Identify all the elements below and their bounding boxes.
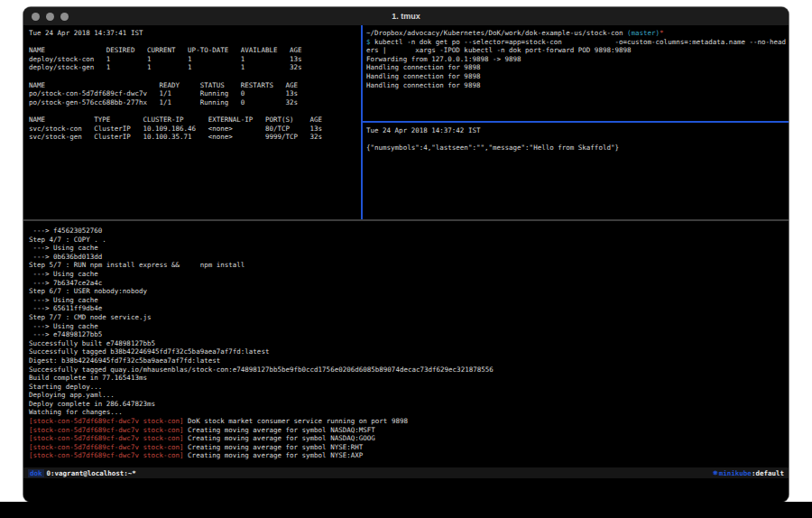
tmux-session-name: dok xyxy=(28,469,44,477)
tmux-window-label[interactable]: 0:vagrant@localhost:~* xyxy=(47,469,136,477)
zoom-button[interactable] xyxy=(60,13,69,21)
terminal-line: Handling connection for 9898 xyxy=(366,63,789,72)
terminal-line: $ kubectl -n dok get po --selector=app=s… xyxy=(366,38,789,47)
terminal-line: [stock-con-5d7df689cf-dwc7v stock-con] C… xyxy=(29,426,789,435)
terminal-line xyxy=(29,106,361,116)
terminal-line: Watching for changes... xyxy=(29,408,789,417)
terminal-line xyxy=(29,72,361,81)
terminal-line: deploy/stock-gen 1 1 1 1 32s xyxy=(29,63,361,72)
terminal-line: po/stock-con-5d7df689cf-dwc7v 1/1 Runnin… xyxy=(29,89,361,98)
terminal-line: NAME DESIRED CURRENT UP-TO-DATE AVAILABL… xyxy=(29,46,361,55)
terminal-line xyxy=(29,38,361,47)
window-titlebar[interactable]: 1. tmux xyxy=(23,7,789,25)
terminal-line: ---> Using cache xyxy=(29,296,789,305)
terminal-line: ers | xargs -IPOD kubectl -n dok port-fo… xyxy=(366,46,789,55)
kube-namespace-label: :default xyxy=(752,469,784,477)
terminal-line: ---> 7b6347ce2a4c xyxy=(29,279,789,288)
terminal-line: [stock-con-5d7df689cf-dwc7v stock-con] C… xyxy=(29,434,789,443)
terminal-line: [stock-con-5d7df689cf-dwc7v stock-con] D… xyxy=(29,417,789,426)
pane-port-forward[interactable]: ~/Dropbox/advocacy/Kubernetes/DoK/work/d… xyxy=(363,25,789,121)
terminal-line: deploy/stock-con 1 1 1 1 13s xyxy=(29,55,361,64)
terminal-line: Deploying app.yaml... xyxy=(29,391,789,400)
terminal-line: svc/stock-con ClusterIP 10.109.186.46 <n… xyxy=(29,125,361,134)
terminal-line: ---> 0b636bd013dd xyxy=(29,253,789,262)
terminal-line: Digest: b38b42246945fd7f32c5ba9aea7af7fd… xyxy=(29,356,789,365)
terminal-line: Tue 24 Apr 2018 14:37:42 IST xyxy=(366,126,789,135)
terminal-line: Successfully tagged b38b42246945fd7f32c5… xyxy=(29,347,789,356)
terminal-line: Build complete in 77.165413ms xyxy=(29,374,789,383)
terminal-line: ---> Using cache xyxy=(29,322,789,331)
pane-kubectl-watch[interactable]: Tue 24 Apr 2018 14:37:41 IST NAME DESIRE… xyxy=(23,25,361,219)
terminal-line: Successfully built e74898127bb5 xyxy=(29,339,789,348)
terminal-content: Tue 24 Apr 2018 14:37:41 IST NAME DESIRE… xyxy=(23,25,789,502)
terminal-line: [stock-con-5d7df689cf-dwc7v stock-con] C… xyxy=(29,451,789,460)
terminal-line: Deploy complete in 286.647823ms xyxy=(29,400,789,409)
terminal-line: Forwarding from 127.0.0.1:9898 -> 9898 xyxy=(366,55,789,64)
terminal-line: NAME READY STATUS RESTARTS AGE xyxy=(29,81,361,90)
terminal-line xyxy=(366,135,789,144)
terminal-line: ~/Dropbox/advocacy/Kubernetes/DoK/work/d… xyxy=(366,29,789,38)
terminal-line: ---> e74898127bb5 xyxy=(29,330,789,339)
terminal-line: ---> Using cache xyxy=(29,244,789,253)
terminal-line: Step 4/7 : COPY . . xyxy=(29,236,789,245)
terminal-line: Starting deploy... xyxy=(29,383,789,392)
terminal-line: Handling connection for 9898 xyxy=(366,81,789,90)
terminal-line: Step 7/7 : CMD node service.js xyxy=(29,313,789,322)
terminal-line: ---> Using cache xyxy=(29,270,789,279)
terminal-line: svc/stock-gen ClusterIP 10.100.35.71 <no… xyxy=(29,133,361,142)
window-title: 1. tmux xyxy=(23,12,789,21)
kube-context-label: minikube xyxy=(719,469,752,477)
terminal-line: po/stock-gen-576cc688bb-277hx 1/1 Runnin… xyxy=(29,98,361,107)
terminal-window: 1. tmux Tue 24 Apr 2018 14:37:41 IST NAM… xyxy=(23,7,789,502)
close-button[interactable] xyxy=(32,13,40,21)
pane-build-log[interactable]: ---> f45623052760Step 4/7 : COPY . . ---… xyxy=(23,221,789,467)
terminal-line: ---> f45623052760 xyxy=(29,227,789,236)
terminal-line: Step 5/7 : RUN npm install express && np… xyxy=(29,261,789,270)
terminal-line: Tue 24 Apr 2018 14:37:41 IST xyxy=(29,29,361,38)
terminal-line: [stock-con-5d7df689cf-dwc7v stock-con] C… xyxy=(29,443,789,452)
terminal-line: Successfully tagged quay.io/mhausenblas/… xyxy=(29,365,789,375)
terminal-line: ---> 65611ff9db4e xyxy=(29,304,789,313)
terminal-line: Step 6/7 : USER nobody:nobody xyxy=(29,287,789,296)
terminal-line: {"numsymbols":4,"lastseen":"","message":… xyxy=(366,143,789,153)
tmux-status-bar: dok 0:vagrant@localhost:~* ⎈ minikube :d… xyxy=(23,467,789,478)
terminal-line: Handling connection for 9898 xyxy=(366,72,789,81)
kubernetes-helm-icon: ⎈ xyxy=(713,469,718,476)
minimize-button[interactable] xyxy=(46,13,54,21)
bottom-black-bar xyxy=(0,502,812,518)
traffic-lights xyxy=(32,13,69,21)
pane-skaffold-probe[interactable]: Tue 24 Apr 2018 14:37:42 IST {"numsymbol… xyxy=(363,123,789,219)
terminal-line: NAME TYPE CLUSTER-IP EXTERNAL-IP PORT(S)… xyxy=(29,116,361,125)
